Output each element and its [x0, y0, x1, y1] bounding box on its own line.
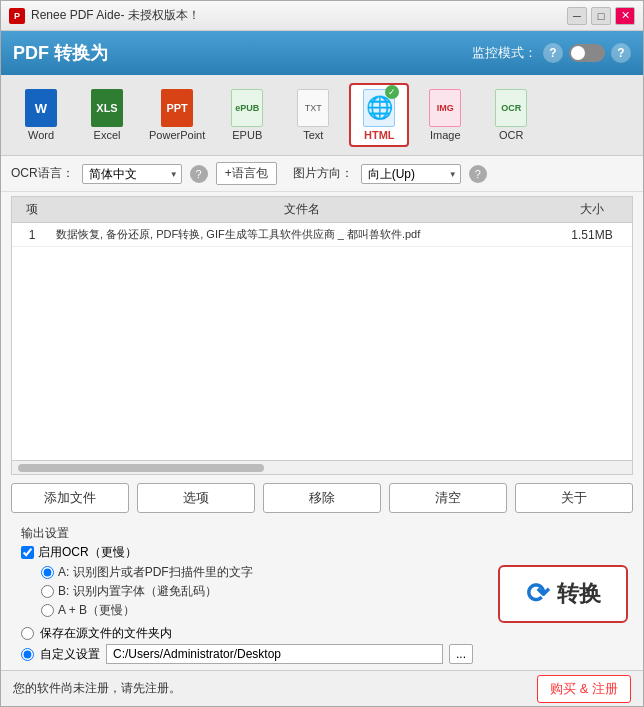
ocr-option-a-radio[interactable] — [41, 566, 54, 579]
ocr-option-b-label[interactable]: B: 识别内置字体（避免乱码） — [58, 583, 217, 600]
excel-icon-wrap: XLS — [91, 89, 123, 127]
convert-button[interactable]: ⟳ 转换 — [498, 565, 628, 623]
format-item-image[interactable]: IMG Image — [415, 85, 475, 145]
unregistered-text: 您的软件尚未注册，请先注册。 — [13, 680, 181, 697]
monitor-help-button[interactable]: ? — [543, 43, 563, 63]
save-settings-section: 保存在源文件的文件夹内 自定义设置 ... — [11, 623, 483, 664]
format-item-excel[interactable]: XLS Excel — [77, 85, 137, 145]
html-icon-wrap: 🌐 ✓ — [363, 89, 395, 127]
custom-path-row: 自定义设置 ... — [21, 644, 473, 664]
action-bar: 添加文件 选项 移除 清空 关于 — [1, 479, 643, 517]
image-icon-wrap: IMG — [429, 89, 461, 127]
custom-path-label[interactable]: 自定义设置 — [40, 646, 100, 663]
ocr-label: OCR — [499, 129, 523, 141]
custom-path-radio[interactable] — [21, 648, 34, 661]
text-label: Text — [303, 129, 323, 141]
custom-path-input[interactable] — [106, 644, 443, 664]
col-header-num: 项 — [12, 201, 52, 218]
convert-label: 转换 — [557, 579, 601, 609]
browse-button[interactable]: ... — [449, 644, 473, 664]
remove-button[interactable]: 移除 — [263, 483, 381, 513]
monitor-mode-section: 监控模式： ? ? — [472, 43, 631, 63]
keep-source-row: 保存在源文件的文件夹内 — [21, 625, 473, 642]
title-bar-left: P Renee PDF Aide- 未授权版本！ — [9, 7, 200, 24]
add-file-button[interactable]: 添加文件 — [11, 483, 129, 513]
format-bar: W Word XLS Excel PPT PowerPoint — [1, 75, 643, 156]
word-icon: W — [25, 89, 57, 127]
lang-pack-button[interactable]: +语言包 — [216, 162, 277, 185]
left-settings: 输出设置 启用OCR（更慢） A: 识别图片或者PDF扫描件里的文字 B: 识别… — [11, 521, 483, 666]
title-controls: ─ □ ✕ — [567, 7, 635, 25]
ocr-options-group: A: 识别图片或者PDF扫描件里的文字 B: 识别内置字体（避免乱码） A + … — [41, 564, 473, 619]
enable-ocr-label[interactable]: 启用OCR（更慢） — [38, 544, 137, 561]
img-direction-select[interactable]: 向上(Up) 向下(Down) 向左(Left) 向右(Right) — [361, 164, 461, 184]
scroll-thumb[interactable] — [18, 464, 264, 472]
window-title: Renee PDF Aide- 未授权版本！ — [31, 7, 200, 24]
maximize-button[interactable]: □ — [591, 7, 611, 25]
format-item-text[interactable]: TXT Text — [283, 85, 343, 145]
format-item-epub[interactable]: ePUB EPUB — [217, 85, 277, 145]
clear-button[interactable]: 清空 — [389, 483, 507, 513]
close-button[interactable]: ✕ — [615, 7, 635, 25]
ocr-option-ab: A + B（更慢） — [41, 602, 473, 619]
row-filename: 数据恢复, 备份还原, PDF转换, GIF生成等工具软件供应商 _ 都叫兽软件… — [52, 227, 552, 242]
ppt-icon: PPT — [161, 89, 193, 127]
col-header-size: 大小 — [552, 201, 632, 218]
ocr-option-a-label[interactable]: A: 识别图片或者PDF扫描件里的文字 — [58, 564, 253, 581]
format-item-ocr[interactable]: OCR OCR — [481, 85, 541, 145]
text-icon-wrap: TXT — [297, 89, 329, 127]
ocr-option-b: B: 识别内置字体（避免乱码） — [41, 583, 473, 600]
buy-register-button[interactable]: 购买 & 注册 — [537, 675, 631, 703]
word-icon-wrap: W — [25, 89, 57, 127]
ocr-icon: OCR — [495, 89, 527, 127]
format-item-ppt[interactable]: PPT PowerPoint — [143, 85, 211, 145]
html-label: HTML — [364, 129, 395, 141]
monitor-mode-label: 监控模式： — [472, 44, 537, 62]
monitor-toggle[interactable] — [569, 44, 605, 62]
bottom-bar: 您的软件尚未注册，请先注册。 购买 & 注册 — [1, 670, 643, 706]
format-item-word[interactable]: W Word — [11, 85, 71, 145]
title-bar: P Renee PDF Aide- 未授权版本！ ─ □ ✕ — [1, 1, 643, 31]
img-direction-help-button[interactable]: ? — [469, 165, 487, 183]
ocr-option-b-radio[interactable] — [41, 585, 54, 598]
keep-source-label[interactable]: 保存在源文件的文件夹内 — [40, 625, 172, 642]
enable-ocr-checkbox[interactable] — [21, 546, 34, 559]
keep-source-radio[interactable] — [21, 627, 34, 640]
output-title: 输出设置 — [21, 525, 473, 542]
ocr-language-help-button[interactable]: ? — [190, 165, 208, 183]
minimize-button[interactable]: ─ — [567, 7, 587, 25]
horizontal-scrollbar[interactable] — [12, 460, 632, 474]
ppt-icon-wrap: PPT — [161, 89, 193, 127]
ocr-language-label: OCR语言： — [11, 165, 74, 182]
row-num: 1 — [12, 228, 52, 242]
ocr-option-ab-label[interactable]: A + B（更慢） — [58, 602, 135, 619]
lower-area: 输出设置 启用OCR（更慢） A: 识别图片或者PDF扫描件里的文字 B: 识别… — [1, 517, 643, 670]
ocr-icon-wrap: OCR — [495, 89, 527, 127]
format-item-html[interactable]: 🌐 ✓ HTML — [349, 83, 409, 147]
epub-icon: ePUB — [231, 89, 263, 127]
convert-refresh-icon: ⟳ — [526, 577, 549, 610]
about-button[interactable]: 关于 — [515, 483, 633, 513]
table-row[interactable]: 1 数据恢复, 备份还原, PDF转换, GIF生成等工具软件供应商 _ 都叫兽… — [12, 223, 632, 247]
image-label: Image — [430, 129, 461, 141]
output-settings-section: 输出设置 启用OCR（更慢） A: 识别图片或者PDF扫描件里的文字 B: 识别… — [11, 521, 483, 619]
app-icon: P — [9, 8, 25, 24]
main-window: P Renee PDF Aide- 未授权版本！ ─ □ ✕ PDF 转换为 监… — [0, 0, 644, 707]
img-direction-select-wrapper: 向上(Up) 向下(Down) 向左(Left) 向右(Right) ▼ — [361, 164, 461, 184]
ppt-label: PowerPoint — [149, 129, 205, 141]
ocr-language-section: OCR语言： 简体中文 繁體中文 English 日本語 ▼ ? +语言包 图片… — [1, 156, 643, 192]
enable-ocr-row: 启用OCR（更慢） — [21, 544, 473, 561]
file-table-header: 项 文件名 大小 — [12, 197, 632, 223]
options-button[interactable]: 选项 — [137, 483, 255, 513]
col-header-name: 文件名 — [52, 201, 552, 218]
convert-label: PDF 转换为 — [13, 41, 108, 65]
ocr-language-select[interactable]: 简体中文 繁體中文 English 日本語 — [82, 164, 182, 184]
row-size: 1.51MB — [552, 228, 632, 242]
epub-icon-wrap: ePUB — [231, 89, 263, 127]
ocr-language-select-wrapper: 简体中文 繁體中文 English 日本語 ▼ — [82, 164, 182, 184]
monitor-help-button-2[interactable]: ? — [611, 43, 631, 63]
ocr-option-ab-radio[interactable] — [41, 604, 54, 617]
txt-icon: TXT — [297, 89, 329, 127]
excel-label: Excel — [94, 129, 121, 141]
image-icon: IMG — [429, 89, 461, 127]
